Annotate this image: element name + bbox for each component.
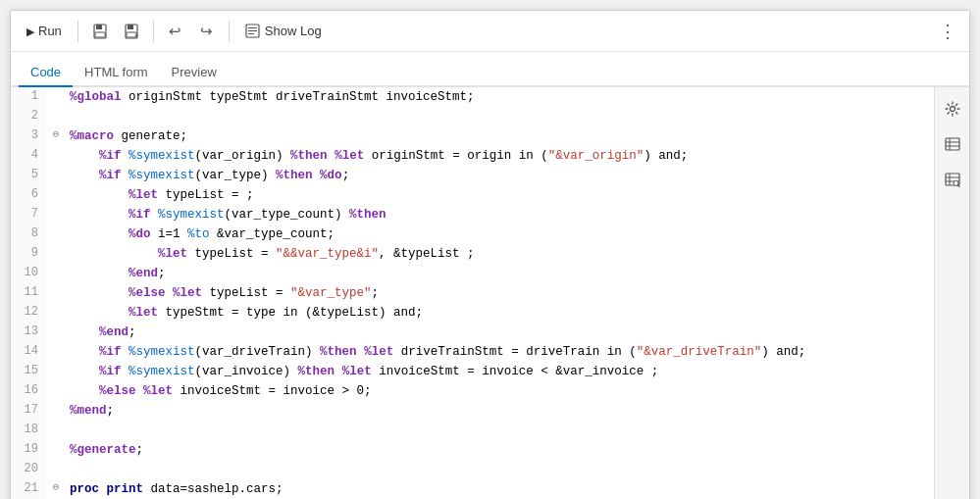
right-sidebar <box>934 87 969 499</box>
line-code[interactable] <box>66 421 934 440</box>
line-number: 13 <box>11 323 46 342</box>
line-number: 14 <box>11 342 46 362</box>
line-gutter <box>46 185 66 205</box>
svg-rect-2 <box>95 32 105 37</box>
table-row: 20 <box>11 460 934 479</box>
log-icon <box>245 24 260 38</box>
line-code[interactable]: %if %symexist(var_driveTrain) %then %let… <box>66 342 934 362</box>
show-log-button[interactable]: Show Log <box>237 20 330 42</box>
line-code[interactable]: %let typeStmt = type in (&typeList) and; <box>66 303 934 323</box>
more-options-button[interactable]: ⋮ <box>934 18 961 45</box>
query-button[interactable] <box>939 166 966 193</box>
table-row: 12 %let typeStmt = type in (&typeList) a… <box>11 303 934 323</box>
line-code[interactable]: %else %let typeList = "&var_type"; <box>66 283 934 303</box>
tab-preview[interactable]: Preview <box>160 59 229 87</box>
line-gutter[interactable]: ⊖ <box>46 126 66 146</box>
separator-3 <box>229 21 230 42</box>
table-row: 6 %let typeList = ; <box>11 185 934 205</box>
line-gutter <box>46 87 66 107</box>
table-row: 15 %if %symexist(var_invoice) %then %let… <box>11 362 934 381</box>
line-number: 18 <box>11 421 46 440</box>
line-code[interactable]: %macro generate; <box>66 126 934 146</box>
line-number: 20 <box>11 460 46 479</box>
line-gutter <box>46 166 66 185</box>
line-code[interactable]: %mend; <box>66 401 934 421</box>
show-log-label: Show Log <box>265 24 322 38</box>
line-number: 6 <box>11 185 46 205</box>
line-number: 17 <box>11 401 46 421</box>
line-gutter <box>46 107 66 126</box>
line-code[interactable]: %end; <box>66 264 934 283</box>
table-row: 9 %let typeList = "&&var_type&i", &typeL… <box>11 244 934 264</box>
line-code[interactable]: %else %let invoiceStmt = invoice > 0; <box>66 381 934 401</box>
line-code[interactable] <box>66 107 934 126</box>
line-code[interactable]: %do i=1 %to &var_type_count; <box>66 225 934 244</box>
table-row: 19%generate; <box>11 440 934 460</box>
table-row: 16 %else %let invoiceStmt = invoice > 0; <box>11 381 934 401</box>
table-row: 1%global originStmt typeStmt driveTrainS… <box>11 87 934 107</box>
save-notebook-button[interactable] <box>86 18 114 45</box>
line-number: 19 <box>11 440 46 460</box>
line-number: 12 <box>11 303 46 323</box>
line-gutter[interactable]: ⊖ <box>46 479 66 499</box>
line-gutter <box>46 323 66 342</box>
line-code[interactable]: %end; <box>66 323 934 342</box>
redo-button[interactable]: ↪ <box>193 18 221 45</box>
line-gutter <box>46 205 66 225</box>
line-number: 21 <box>11 479 46 499</box>
undo-button[interactable]: ↩ <box>162 18 189 45</box>
line-code[interactable]: %if %symexist(var_origin) %then %let ori… <box>66 146 934 166</box>
table-row: 18 <box>11 421 934 440</box>
line-gutter <box>46 342 66 362</box>
line-number: 16 <box>11 381 46 401</box>
settings-button[interactable] <box>939 95 966 123</box>
table-row: 21⊖proc print data=sashelp.cars; <box>11 479 934 499</box>
line-gutter <box>46 264 66 283</box>
svg-rect-12 <box>946 138 959 150</box>
table-row: 3⊖%macro generate; <box>11 126 934 146</box>
save-as-button[interactable]: + <box>118 18 145 45</box>
line-number: 10 <box>11 264 46 283</box>
line-code[interactable]: %global originStmt typeStmt driveTrainSt… <box>66 87 934 107</box>
line-code[interactable]: %if %symexist(var_type) %then %do; <box>66 166 934 185</box>
line-number: 4 <box>11 146 46 166</box>
line-gutter <box>46 460 66 479</box>
svg-rect-1 <box>96 25 102 29</box>
line-code[interactable]: %let typeList = "&&var_type&i", &typeLis… <box>66 244 934 264</box>
line-number: 7 <box>11 205 46 225</box>
line-code[interactable]: %let typeList = ; <box>66 185 934 205</box>
list-icon <box>945 136 960 152</box>
line-number: 5 <box>11 166 46 185</box>
undo-icon: ↩ <box>169 23 181 40</box>
list-view-button[interactable] <box>939 130 966 158</box>
table-row: 8 %do i=1 %to &var_type_count; <box>11 225 934 244</box>
redo-icon: ↪ <box>200 23 213 40</box>
content-area: 1%global originStmt typeStmt driveTrainS… <box>11 87 969 499</box>
toolbar: Run + ↩ ↪ <box>11 11 969 52</box>
line-code[interactable] <box>66 460 934 479</box>
run-label: Run <box>38 24 62 38</box>
run-button[interactable]: Run <box>19 20 70 42</box>
line-gutter <box>46 362 66 381</box>
table-row: 4 %if %symexist(var_origin) %then %let o… <box>11 146 934 166</box>
save-as-icon: + <box>124 24 139 39</box>
line-number: 1 <box>11 87 46 107</box>
line-code[interactable]: %if %symexist(var_invoice) %then %let in… <box>66 362 934 381</box>
tab-code[interactable]: Code <box>19 59 73 87</box>
table-row: 17%mend; <box>11 401 934 421</box>
line-code[interactable]: proc print data=sashelp.cars; <box>66 479 934 499</box>
query-icon <box>945 172 960 187</box>
line-gutter <box>46 440 66 460</box>
settings-icon <box>945 101 960 117</box>
tab-html-form[interactable]: HTML form <box>73 59 160 87</box>
line-gutter <box>46 421 66 440</box>
code-editor[interactable]: 1%global originStmt typeStmt driveTrainS… <box>11 87 934 499</box>
table-row: 11 %else %let typeList = "&var_type"; <box>11 283 934 303</box>
line-gutter <box>46 401 66 421</box>
line-code[interactable]: %if %symexist(var_type_count) %then <box>66 205 934 225</box>
table-row: 10 %end; <box>11 264 934 283</box>
line-code[interactable]: %generate; <box>66 440 934 460</box>
line-number: 9 <box>11 244 46 264</box>
line-number: 3 <box>11 126 46 146</box>
table-row: 7 %if %symexist(var_type_count) %then <box>11 205 934 225</box>
